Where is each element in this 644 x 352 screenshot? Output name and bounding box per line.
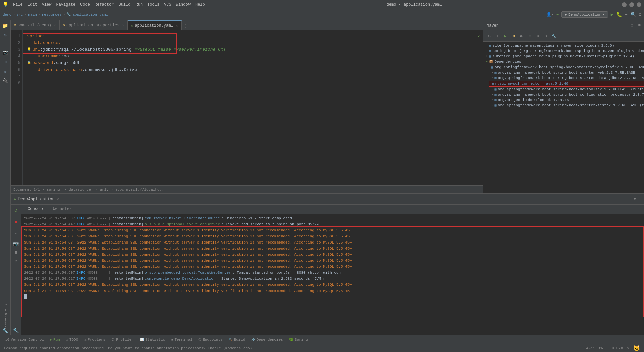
- log-line-warn-2: Sun Jul 24 01:17:54 CST 2022 WARN: Estab…: [24, 233, 641, 239]
- run-minimize-icon[interactable]: ─: [638, 197, 641, 202]
- tab-yaml-close[interactable]: ✕: [176, 24, 178, 28]
- coverage-icon[interactable]: ☂: [625, 12, 627, 17]
- breadcrumb-resources[interactable]: resources: [42, 13, 61, 17]
- maven-tree-item-config-processor[interactable]: › ▦ org.springframework.boot:spring-boot…: [489, 92, 644, 97]
- breadcrumb-src[interactable]: src: [16, 13, 23, 17]
- run-tab-actuator[interactable]: Actuator: [49, 206, 75, 213]
- maven-minimize-icon[interactable]: ─: [635, 23, 637, 28]
- maven-tree-item-test[interactable]: › ▦ org.springframework.boot:spring-boot…: [489, 103, 644, 108]
- run-camera2-btn[interactable]: 📷: [12, 239, 20, 248]
- bottom-build[interactable]: 🔨 Build: [226, 337, 248, 342]
- run-header-close[interactable]: ✕: [57, 196, 59, 202]
- tab-more-icon[interactable]: ⋮: [182, 22, 190, 30]
- search-icon[interactable]: 🔍: [630, 12, 636, 17]
- maximize-button[interactable]: □: [629, 2, 634, 7]
- menu-refactor[interactable]: Refactor: [93, 2, 116, 8]
- maven-tree-item-web[interactable]: › ▦ org.springframework.boot:spring-boot…: [489, 70, 644, 75]
- maven-add-btn[interactable]: +: [494, 33, 501, 40]
- layout-icon[interactable]: ⊞: [1, 58, 9, 66]
- run-stop-btn[interactable]: ■: [12, 218, 20, 226]
- bottom-endpoints[interactable]: ⬡ Endpoints: [196, 337, 225, 342]
- tab-pom[interactable]: m pom.xml (demo) ✕: [11, 20, 60, 30]
- menu-vcs[interactable]: VCS: [162, 2, 173, 8]
- menu-build[interactable]: Build: [116, 2, 132, 8]
- statistic-icon: 📊: [140, 338, 144, 342]
- bottom-statistic[interactable]: 📊 Statistic: [137, 337, 168, 342]
- maven-m-btn[interactable]: m: [510, 33, 517, 40]
- code-content[interactable]: spring: datasource: 💡 url :: [23, 30, 483, 185]
- bookmarks-icon[interactable]: Bookmarks: [1, 317, 9, 325]
- tab-pom-close[interactable]: ✕: [54, 23, 56, 27]
- tree-arrow-lombok: ›: [491, 98, 493, 102]
- maven-tree-item-surefire[interactable]: › ▦ surefire (org.apache.maven.plugins:m…: [483, 54, 644, 59]
- bottom-problems[interactable]: ⚠ Problems: [82, 337, 108, 342]
- tree-label-lombok: org.projectlombok:lombok:1.18.16: [498, 98, 569, 102]
- menu-help[interactable]: Help: [193, 2, 207, 8]
- maven-tree-item-data-jdbc[interactable]: › ▦ org.springframework.boot:spring-boot…: [489, 75, 644, 81]
- commit-icon[interactable]: ⊕: [1, 31, 9, 39]
- maven-sidebar-icon[interactable]: m: [638, 23, 641, 28]
- maven-tree-item-mysql[interactable]: ▦ mysql:mysql-connector-java:5.1.49: [489, 81, 644, 87]
- run-wrench2-btn[interactable]: 🔧: [12, 326, 20, 335]
- maven-collapse-btn[interactable]: ⊖: [542, 33, 549, 40]
- bookmark-icon[interactable]: ★: [1, 67, 9, 75]
- maven-run-btn[interactable]: ▶: [502, 33, 509, 40]
- bottom-profiler[interactable]: ⏱ Profiler: [109, 337, 137, 342]
- maven-skip-btn[interactable]: ⏭: [518, 33, 525, 40]
- breadcrumb-main[interactable]: main: [28, 13, 37, 17]
- tab-properties[interactable]: ⚙ application.properties ✕: [60, 20, 128, 30]
- settings-icon[interactable]: ⚙: [639, 12, 641, 17]
- bottom-version-control[interactable]: ⎇ Version Control: [3, 337, 47, 342]
- menu-edit[interactable]: Edit: [25, 2, 39, 8]
- close-button[interactable]: ✕: [637, 2, 641, 7]
- debug-icon[interactable]: 🐛: [616, 12, 622, 17]
- code-editor[interactable]: 1 2 3 4 5 6 7 8 spring:: [11, 30, 483, 185]
- plugin-icon[interactable]: 🔌: [1, 77, 9, 85]
- maven-tree-item-lombok[interactable]: › ▦ org.projectlombok:lombok:1.18.16: [489, 97, 644, 103]
- menu-navigate[interactable]: Navigate: [54, 2, 77, 8]
- run-filter-btn[interactable]: ⊕: [12, 257, 20, 265]
- maven-tree-item-thymeleaf[interactable]: ▦ org.springframework.boot:spring-boot-s…: [489, 64, 644, 70]
- maven-tree-item-deps[interactable]: ▾ 📦 Dependencies: [483, 59, 644, 64]
- run-settings-icon[interactable]: ⚙: [634, 196, 636, 202]
- run-scroll-down-btn[interactable]: ↓: [12, 229, 20, 237]
- run-icon[interactable]: ▶: [611, 12, 613, 17]
- maven-tree-item-site[interactable]: › ▦ site (org.apache.maven.plugins:maven…: [483, 43, 644, 48]
- menu-file[interactable]: File: [11, 2, 25, 8]
- project-icon[interactable]: 📁: [1, 21, 9, 30]
- maven-tree-item-devtools[interactable]: › ▦ org.springframework.boot:spring-boot…: [489, 87, 644, 92]
- wrench-icon[interactable]: 🔧: [1, 326, 9, 335]
- bottom-terminal[interactable]: ▣ Terminal: [168, 337, 195, 342]
- run-bottom-label: Run: [53, 338, 60, 342]
- run-tab-console[interactable]: Console: [24, 205, 48, 213]
- run-layout2-btn[interactable]: ⊞: [12, 248, 20, 256]
- tab-yaml[interactable]: ⚙ application.yaml ✕: [128, 20, 181, 30]
- bottom-todo[interactable]: ☑ TODO: [63, 337, 81, 342]
- bottom-spring[interactable]: 🌿 Spring: [286, 337, 311, 342]
- maven-list-btn[interactable]: ≡: [526, 33, 533, 40]
- menu-tools[interactable]: Tools: [145, 2, 161, 8]
- maven-tree-item-springboot[interactable]: › ▦ spring-boot (org.springframework.boo…: [483, 48, 644, 54]
- maven-settings-icon[interactable]: ⚙: [631, 23, 633, 28]
- menu-view[interactable]: View: [40, 2, 54, 8]
- dependencies-label: Dependencies: [257, 338, 283, 342]
- bottom-dependencies[interactable]: 🔗 Dependencies: [249, 337, 286, 342]
- maven-expand-btn[interactable]: ⊕: [534, 33, 541, 40]
- minimize-button[interactable]: ─: [622, 2, 627, 7]
- menu-run[interactable]: Run: [133, 2, 145, 8]
- menu-window[interactable]: Window: [174, 2, 193, 8]
- run-restart-btn[interactable]: ↺: [12, 206, 20, 214]
- title-bar-center: demo - application.yaml: [387, 2, 442, 7]
- run-config-label: DemoApplication: [568, 13, 601, 17]
- maven-wrench-btn[interactable]: 🔧: [550, 33, 557, 40]
- breadcrumb-demo[interactable]: demo: [3, 13, 11, 17]
- menu-code[interactable]: Code: [78, 2, 92, 8]
- breadcrumb-file[interactable]: application.yaml: [72, 13, 108, 17]
- run-config-selector[interactable]: ▶ DemoApplication ▾: [561, 11, 608, 18]
- tab-properties-close[interactable]: ✕: [122, 23, 124, 27]
- maven-refresh-btn[interactable]: ↻: [486, 33, 493, 40]
- run-back-icon[interactable]: ↩: [556, 12, 559, 17]
- user-icon[interactable]: 👤▾: [546, 12, 554, 17]
- bottom-run[interactable]: ▶ Run: [47, 337, 63, 342]
- camera-icon[interactable]: 📷: [1, 48, 9, 56]
